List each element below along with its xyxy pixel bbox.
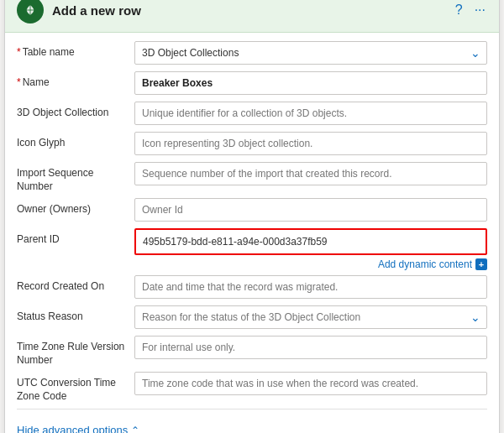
tz-rule-label: Time Zone Rule Version Number (17, 336, 134, 367)
import-seq-row: Import Sequence Number (17, 162, 487, 193)
record-created-input[interactable] (134, 275, 487, 299)
collection-input[interactable] (134, 102, 487, 125)
parent-id-highlight (134, 228, 487, 255)
utc-row: UTC Conversion Time Zone Code (17, 372, 487, 403)
add-dynamic-button[interactable]: Add dynamic content + (378, 258, 487, 270)
parent-id-control (134, 228, 487, 255)
icon-glyph-label: Icon Glyph (17, 132, 134, 150)
divider (17, 409, 487, 410)
icon-glyph-input[interactable] (134, 132, 487, 155)
table-name-label: Table name (17, 41, 134, 60)
table-name-control: ⌄ (134, 41, 487, 65)
name-control (134, 71, 487, 95)
table-name-input[interactable] (134, 41, 487, 65)
owner-label: Owner (Owners) (17, 198, 134, 216)
app-logo (17, 0, 44, 23)
tz-rule-row: Time Zone Rule Version Number (17, 336, 487, 367)
parent-id-row: Parent ID (17, 228, 487, 255)
parent-id-label: Parent ID (17, 228, 134, 247)
hide-advanced-button[interactable]: Hide advanced options ⌃ (5, 419, 151, 433)
table-name-row: Table name ⌄ (17, 41, 487, 66)
name-row: Name (17, 71, 487, 97)
owner-input[interactable] (134, 198, 487, 222)
add-dynamic-row: Add dynamic content + (17, 258, 487, 270)
panel-body: Table name ⌄ Name 3D Object Collection (5, 33, 499, 419)
header-icons: ? ··· (454, 1, 487, 19)
name-input[interactable] (134, 71, 487, 95)
panel-header: Add a new row ? ··· (5, 0, 499, 33)
tz-rule-input[interactable] (134, 336, 487, 359)
panel-title: Add a new row (52, 3, 454, 18)
status-reason-input[interactable] (134, 305, 487, 329)
utc-control (134, 372, 487, 395)
tz-rule-control (134, 336, 487, 359)
collection-row: 3D Object Collection (17, 102, 487, 127)
status-reason-row: Status Reason ⌄ (17, 305, 487, 331)
name-label: Name (17, 71, 134, 90)
owner-control (134, 198, 487, 222)
icon-glyph-control (134, 132, 487, 155)
chevron-up-icon: ⌃ (131, 425, 139, 434)
help-button[interactable]: ? (454, 1, 465, 19)
collection-label: 3D Object Collection (17, 102, 134, 120)
import-seq-control (134, 162, 487, 185)
table-name-select-wrap: ⌄ (134, 41, 487, 65)
status-reason-control: ⌄ (134, 305, 487, 329)
record-created-label: Record Created On (17, 275, 134, 294)
record-created-control (134, 275, 487, 299)
add-row-panel: Add a new row ? ··· Table name ⌄ Name (4, 0, 500, 433)
more-options-button[interactable]: ··· (473, 1, 487, 19)
status-reason-select-wrap: ⌄ (134, 305, 487, 329)
add-dynamic-label: Add dynamic content (378, 258, 472, 270)
import-seq-input[interactable] (134, 162, 487, 185)
record-created-row: Record Created On (17, 275, 487, 300)
utc-label: UTC Conversion Time Zone Code (17, 372, 134, 403)
utc-input[interactable] (134, 372, 487, 395)
add-dynamic-icon: + (475, 258, 487, 270)
status-reason-label: Status Reason (17, 305, 134, 324)
icon-glyph-row: Icon Glyph (17, 132, 487, 157)
collection-control (134, 102, 487, 125)
import-seq-label: Import Sequence Number (17, 162, 134, 193)
owner-row: Owner (Owners) (17, 198, 487, 223)
parent-id-input[interactable] (136, 230, 486, 253)
hide-advanced-label: Hide advanced options (17, 424, 128, 433)
